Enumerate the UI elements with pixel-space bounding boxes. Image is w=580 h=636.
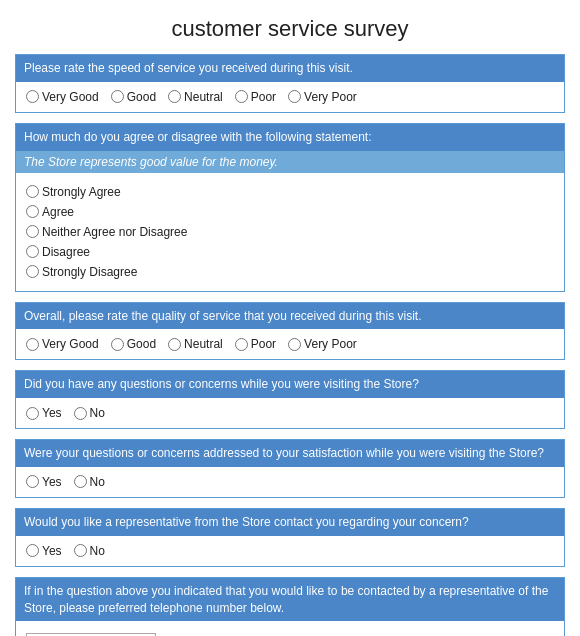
radio-row-q1: Very GoodGoodNeutralPoorVery Poor [26, 90, 554, 104]
radio-option-q2-0[interactable]: Strongly Agree [26, 185, 554, 199]
question-block-q7: If in the question above you indicated t… [15, 577, 565, 636]
radio-col-q2: Strongly AgreeAgreeNeither Agree nor Dis… [26, 181, 554, 283]
radio-option-q1-2[interactable]: Neutral [168, 90, 223, 104]
question-body-q6: YesNo [16, 536, 564, 566]
radio-label-q2-0: Strongly Agree [42, 185, 121, 199]
radio-input-q1-2[interactable] [168, 90, 181, 103]
question-header-q2: How much do you agree or disagree with t… [16, 124, 564, 151]
radio-label-q4-1: No [90, 406, 105, 420]
radio-option-q3-0[interactable]: Very Good [26, 337, 99, 351]
radio-option-q1-4[interactable]: Very Poor [288, 90, 357, 104]
radio-label-q5-1: No [90, 475, 105, 489]
question-header-q4: Did you have any questions or concerns w… [16, 371, 564, 398]
question-body-q3: Very GoodGoodNeutralPoorVery Poor [16, 329, 564, 359]
radio-input-q4-1[interactable] [74, 407, 87, 420]
radio-input-q5-1[interactable] [74, 475, 87, 488]
radio-label-q1-2: Neutral [184, 90, 223, 104]
radio-label-q1-0: Very Good [42, 90, 99, 104]
radio-input-q3-3[interactable] [235, 338, 248, 351]
radio-label-q2-3: Disagree [42, 245, 90, 259]
radio-input-q3-1[interactable] [111, 338, 124, 351]
question-body-q4: YesNo [16, 398, 564, 428]
radio-option-q5-0[interactable]: Yes [26, 475, 62, 489]
radio-row-q5: YesNo [26, 475, 554, 489]
radio-label-q3-1: Good [127, 337, 156, 351]
radio-input-q2-4[interactable] [26, 265, 39, 278]
radio-input-q3-2[interactable] [168, 338, 181, 351]
question-body-q7 [16, 621, 564, 636]
page-title: customer service survey [15, 10, 565, 42]
radio-input-q1-1[interactable] [111, 90, 124, 103]
radio-label-q6-0: Yes [42, 544, 62, 558]
radio-option-q3-1[interactable]: Good [111, 337, 156, 351]
radio-input-q6-0[interactable] [26, 544, 39, 557]
radio-input-q2-3[interactable] [26, 245, 39, 258]
radio-option-q3-4[interactable]: Very Poor [288, 337, 357, 351]
radio-option-q1-0[interactable]: Very Good [26, 90, 99, 104]
radio-input-q2-0[interactable] [26, 185, 39, 198]
question-block-q6: Would you like a representative from the… [15, 508, 565, 567]
radio-input-q3-4[interactable] [288, 338, 301, 351]
question-header-q6: Would you like a representative from the… [16, 509, 564, 536]
radio-label-q3-2: Neutral [184, 337, 223, 351]
radio-option-q3-3[interactable]: Poor [235, 337, 276, 351]
radio-option-q6-0[interactable]: Yes [26, 544, 62, 558]
radio-label-q3-0: Very Good [42, 337, 99, 351]
question-body-q5: YesNo [16, 467, 564, 497]
question-block-q3: Overall, please rate the quality of serv… [15, 302, 565, 361]
radio-label-q2-2: Neither Agree nor Disagree [42, 225, 187, 239]
radio-input-q6-1[interactable] [74, 544, 87, 557]
radio-option-q1-1[interactable]: Good [111, 90, 156, 104]
question-block-q2: How much do you agree or disagree with t… [15, 123, 565, 292]
radio-label-q1-3: Poor [251, 90, 276, 104]
radio-option-q4-0[interactable]: Yes [26, 406, 62, 420]
question-block-q5: Were your questions or concerns addresse… [15, 439, 565, 498]
question-header-q5: Were your questions or concerns addresse… [16, 440, 564, 467]
radio-row-q6: YesNo [26, 544, 554, 558]
question-body-q2: Strongly AgreeAgreeNeither Agree nor Dis… [16, 173, 564, 291]
radio-option-q1-3[interactable]: Poor [235, 90, 276, 104]
radio-input-q1-0[interactable] [26, 90, 39, 103]
radio-input-q5-0[interactable] [26, 475, 39, 488]
question-header-q7: If in the question above you indicated t… [16, 578, 564, 622]
radio-label-q3-3: Poor [251, 337, 276, 351]
radio-label-q6-1: No [90, 544, 105, 558]
radio-option-q5-1[interactable]: No [74, 475, 105, 489]
radio-option-q2-4[interactable]: Strongly Disagree [26, 265, 554, 279]
question-subheader-q2: The Store represents good value for the … [16, 151, 564, 173]
radio-input-q1-4[interactable] [288, 90, 301, 103]
radio-option-q4-1[interactable]: No [74, 406, 105, 420]
question-block-q4: Did you have any questions or concerns w… [15, 370, 565, 429]
radio-input-q2-1[interactable] [26, 205, 39, 218]
radio-label-q4-0: Yes [42, 406, 62, 420]
radio-option-q2-3[interactable]: Disagree [26, 245, 554, 259]
radio-row-q4: YesNo [26, 406, 554, 420]
question-header-q3: Overall, please rate the quality of serv… [16, 303, 564, 330]
radio-label-q1-4: Very Poor [304, 90, 357, 104]
radio-input-q4-0[interactable] [26, 407, 39, 420]
radio-label-q1-1: Good [127, 90, 156, 104]
radio-option-q3-2[interactable]: Neutral [168, 337, 223, 351]
radio-row-q3: Very GoodGoodNeutralPoorVery Poor [26, 337, 554, 351]
radio-label-q2-4: Strongly Disagree [42, 265, 137, 279]
radio-option-q2-1[interactable]: Agree [26, 205, 554, 219]
question-header-q1: Please rate the speed of service you rec… [16, 55, 564, 82]
radio-label-q3-4: Very Poor [304, 337, 357, 351]
radio-label-q5-0: Yes [42, 475, 62, 489]
question-block-q1: Please rate the speed of service you rec… [15, 54, 565, 113]
radio-option-q2-2[interactable]: Neither Agree nor Disagree [26, 225, 554, 239]
question-body-q1: Very GoodGoodNeutralPoorVery Poor [16, 82, 564, 112]
radio-input-q2-2[interactable] [26, 225, 39, 238]
radio-label-q2-1: Agree [42, 205, 74, 219]
radio-input-q3-0[interactable] [26, 338, 39, 351]
radio-option-q6-1[interactable]: No [74, 544, 105, 558]
radio-input-q1-3[interactable] [235, 90, 248, 103]
